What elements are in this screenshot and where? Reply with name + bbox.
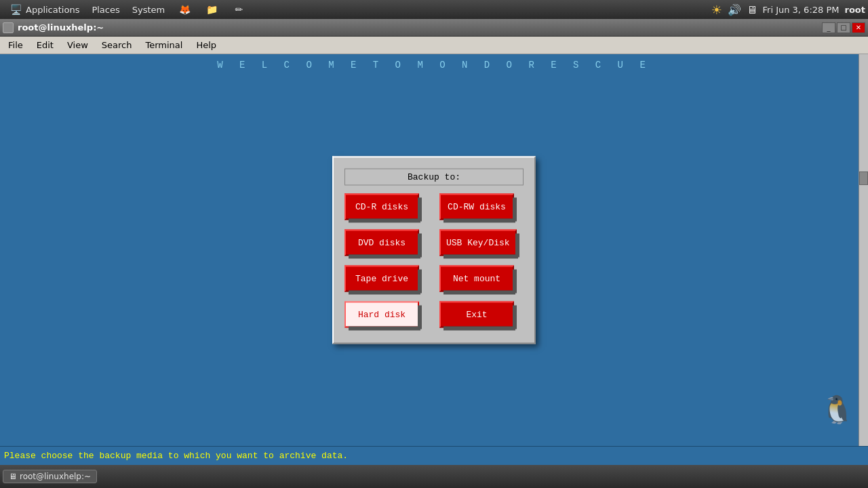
display-icon[interactable]: 🖥 [747,3,757,16]
top-taskbar-right: ☀ 🔊 🖥 Fri Jun 3, 6:28 PM root [711,3,865,17]
firefox-icon[interactable]: 🦊 [172,1,197,18]
cdrw-button[interactable]: CD-RW disks [439,194,514,220]
top-taskbar: 🖥️ Applications Places System 🦊 📁 ✏️ ☀ 🔊… [0,0,868,19]
terminal-window: root@linuxhelp:~ _ □ ✕ File Edit View Se… [0,19,868,488]
applications-menu[interactable]: 🖥️ Applications [3,1,85,18]
places-menu[interactable]: Places [86,3,125,16]
clock: Fri Jun 3, 6:28 PM [763,5,840,15]
exit-button[interactable]: Exit [439,302,514,328]
exit-wrapper: Exit [439,302,519,328]
cdr-wrapper: CD-R disks [344,194,425,220]
status-text: Please choose the backup media to which … [4,451,348,461]
maximize-button[interactable]: □ [837,22,850,33]
net-wrapper: Net mount [439,266,519,292]
volume-icon[interactable]: 🔊 [728,3,741,16]
scrollbar[interactable] [859,54,868,446]
window-title: root@linuxhelp:~ [18,22,104,33]
dvd-button[interactable]: DVD disks [344,230,419,256]
net-button[interactable]: Net mount [439,266,514,292]
terminal-taskbar-label: root@linuxhelp:~ [20,472,91,481]
terminal-menu[interactable]: Terminal [138,39,189,52]
scrollbar-thumb[interactable] [859,171,868,185]
search-menu[interactable]: Search [95,39,139,52]
window-controls: _ □ ✕ [822,22,865,33]
cdr-button[interactable]: CD-R disks [344,194,419,220]
terminal-body: W E L C O M E T O M O N D O R E S C U E … [0,54,868,446]
system-menu[interactable]: System [127,3,170,16]
tape-button[interactable]: Tape drive [344,266,419,292]
linux-logo: 🐧 [821,394,854,426]
hdd-button[interactable]: Hard disk [344,302,419,328]
dialog-buttons: CD-R disks CD-RW disks DVD disks USB Key… [344,194,524,332]
help-menu[interactable]: Help [189,39,223,52]
close-button[interactable]: ✕ [852,22,865,33]
edit-menu[interactable]: Edit [30,39,60,52]
taskbar-bottom: 🖥 root@linuxhelp:~ [0,465,868,488]
brightness-icon[interactable]: ☀ [711,3,722,17]
usb-wrapper: USB Key/Disk [439,230,519,256]
applications-label: Applications [26,5,79,15]
backup-dialog: Backup to: CD-R disks CD-RW disks DVD di… [332,157,536,344]
welcome-text: W E L C O M E T O M O N D O R E S C U E [0,60,868,70]
username: root [845,5,866,15]
window-icon [3,22,14,33]
files-icon[interactable]: 📁 [199,1,224,18]
cdrw-wrapper: CD-RW disks [439,194,519,220]
title-left: root@linuxhelp:~ [3,22,104,33]
dvd-wrapper: DVD disks [344,230,425,256]
window-titlebar: root@linuxhelp:~ _ □ ✕ [0,19,868,37]
terminal-taskbar-icon: 🖥 [9,472,17,481]
places-label: Places [92,5,119,15]
file-menu[interactable]: File [1,39,30,52]
terminal-taskbar-item[interactable]: 🖥 root@linuxhelp:~ [3,470,97,483]
applications-icon: 🖥️ [8,2,23,17]
tape-wrapper: Tape drive [344,266,425,292]
view-menu[interactable]: View [60,39,95,52]
status-bar: Please choose the backup media to which … [0,446,868,465]
usb-button[interactable]: USB Key/Disk [439,230,517,256]
dialog-title: Backup to: [344,169,524,186]
hdd-wrapper: Hard disk [344,302,425,328]
minimize-button[interactable]: _ [822,22,835,33]
edit-icon[interactable]: ✏️ [226,1,252,18]
system-label: System [132,5,165,15]
top-taskbar-left: 🖥️ Applications Places System 🦊 📁 ✏️ [3,1,252,18]
menu-bar: File Edit View Search Terminal Help [0,37,868,54]
